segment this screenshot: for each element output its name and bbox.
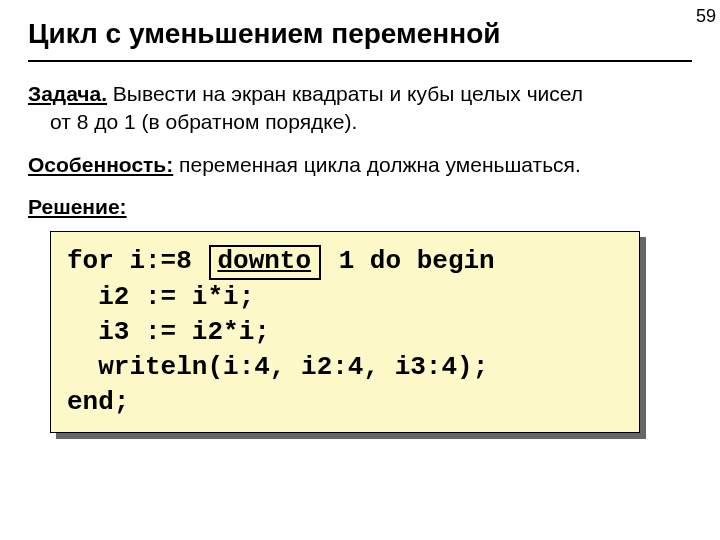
feature-text: переменная цикла должна уменьшаться. xyxy=(173,153,581,176)
feature-label: Особенность: xyxy=(28,153,173,176)
feature-paragraph: Особенность: переменная цикла должна уме… xyxy=(28,151,692,179)
code-line1-b: 1 do begin xyxy=(323,246,495,276)
page-title: Цикл с уменьшением переменной xyxy=(28,18,692,62)
page-number: 59 xyxy=(696,6,716,27)
solution-label: Решение: xyxy=(28,195,127,218)
code-line3: i3 := i2*i; xyxy=(67,317,270,347)
task-text-line1: Вывести на экран квадраты и кубы целых ч… xyxy=(107,82,583,105)
code-line2: i2 := i*i; xyxy=(67,282,254,312)
code-line4: writeln(i:4, i2:4, i3:4); xyxy=(67,352,488,382)
solution-paragraph: Решение: xyxy=(28,193,692,221)
code-line5: end; xyxy=(67,387,129,417)
downto-keyword-box: downto xyxy=(209,245,321,280)
task-text-line2: от 8 до 1 (в обратном порядке). xyxy=(28,108,692,136)
task-label: Задача. xyxy=(28,82,107,105)
code-block: for i:=8 downto 1 do begin i2 := i*i; i3… xyxy=(50,231,640,433)
code-line1-a: for i:=8 xyxy=(67,246,207,276)
task-paragraph: Задача. Вывести на экран квадраты и кубы… xyxy=(28,80,692,137)
code-block-wrap: for i:=8 downto 1 do begin i2 := i*i; i3… xyxy=(50,231,640,433)
